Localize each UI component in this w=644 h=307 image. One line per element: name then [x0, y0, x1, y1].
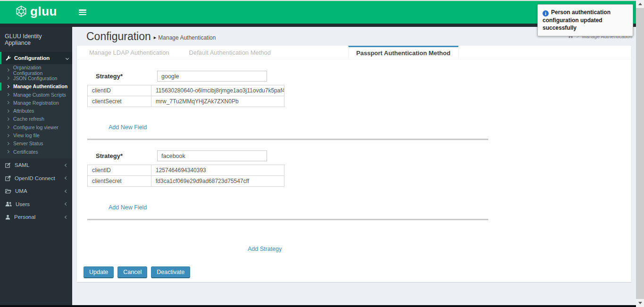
brand-name: gluu	[30, 5, 57, 19]
deactivate-button[interactable]: Deactivate	[151, 266, 190, 278]
success-notification[interactable]: iPerson authentication configuration upd…	[537, 4, 633, 36]
add-strategy-link[interactable]: Add Strategy	[248, 246, 282, 252]
sidebar-item-uma[interactable]: UMA	[0, 184, 72, 198]
section-divider	[87, 139, 488, 140]
page-subtitle: Manage Authentication	[158, 34, 216, 41]
chevron-right-icon	[6, 109, 9, 113]
add-new-field-link-1[interactable]: Add New Field	[109, 124, 147, 131]
add-new-field-link-2[interactable]: Add New Field	[109, 204, 147, 211]
chevron-right-icon	[6, 93, 9, 96]
section-divider	[87, 219, 488, 220]
cancel-button[interactable]: Cancel	[117, 266, 147, 278]
notification-text: Person authentication configuration upda…	[543, 9, 611, 31]
scroll-up-icon[interactable]	[636, 0, 644, 8]
chevron-left-icon	[65, 176, 68, 180]
tab-manage-ldap-authentication[interactable]: Manage LDAP Authentication	[82, 46, 177, 59]
scroll-down-icon[interactable]	[636, 299, 644, 307]
field-key-cell[interactable]: clientID	[88, 165, 151, 176]
table-row: clientSecret fd3ca1cf069e29d9ad68723d755…	[88, 176, 284, 187]
gluu-logo[interactable]: gluu	[0, 1, 72, 24]
gluu-hexagon-icon	[15, 5, 27, 19]
field-value-cell[interactable]: mrw_7Tu2MMqYHjZAk7ZXN0Pb	[151, 96, 284, 107]
configuration-submenu: Organization Configuration JSON Configur…	[0, 64, 72, 158]
appliance-title: GLUU Identity Appliance	[0, 27, 72, 52]
sidebar-item-users[interactable]: Users	[0, 198, 72, 211]
chevron-right-icon	[6, 133, 9, 137]
external-link-icon	[5, 175, 11, 181]
sidebar-item-manage-custom-scripts[interactable]: Manage Custom Scripts	[0, 91, 72, 99]
strategy-2-fields-table: clientID 1257464694340393 clientSecret f…	[87, 165, 284, 187]
chevron-down-icon	[66, 56, 69, 59]
main-content: Configuration ▸ Manage Authentication > …	[72, 27, 636, 305]
sidebar-item-attributes[interactable]: Attributes	[0, 107, 72, 115]
strategy-row-1: Strategy*	[96, 71, 267, 82]
auth-config-card: Manage LDAP Authentication Default Authe…	[77, 46, 631, 282]
table-row: clientID 115630280640-o6lmcibj8rjmge1ao3…	[88, 85, 284, 96]
strategy-row-2: Strategy*	[96, 150, 267, 161]
field-key-cell[interactable]: clientID	[88, 85, 151, 96]
chevron-right-icon	[6, 85, 9, 88]
field-value-cell[interactable]: 115630280640-o6lmcibj8rjmge1ao3j11ovdu7k…	[151, 85, 284, 96]
folder-open-icon	[5, 189, 11, 194]
update-button[interactable]: Update	[84, 266, 114, 278]
sidebar-item-openid-connect[interactable]: OpenID Connect	[0, 172, 72, 185]
tab-passport-authentication-method[interactable]: Passport Authentication Method	[348, 46, 459, 59]
info-circle-icon: i	[543, 10, 549, 17]
sidebar-item-certificates[interactable]: Certificates	[0, 148, 72, 156]
chevron-right-icon	[6, 142, 9, 145]
chevron-left-icon	[65, 202, 68, 206]
sidebar-item-cache-refresh[interactable]: Cache refresh	[0, 115, 72, 123]
tab-default-authentication-method[interactable]: Default Authentication Method	[182, 46, 278, 59]
sidebar-item-organization-configuration[interactable]: Organization Configuration	[0, 66, 72, 74]
caret-icon: ▸	[154, 34, 157, 41]
page-title: Configuration ▸ Manage Authentication	[86, 30, 216, 43]
action-buttons: Update Cancel Deactivate	[84, 266, 190, 278]
vertical-scrollbar[interactable]	[636, 0, 644, 307]
table-row: clientSecret mrw_7Tu2MMqYHjZAk7ZXN0Pb	[88, 96, 284, 107]
chevron-right-icon	[6, 76, 9, 80]
strategy-input-google[interactable]	[157, 71, 267, 82]
sidebar-item-personal[interactable]: Personal	[0, 210, 72, 224]
sidebar-item-saml[interactable]: SAML	[0, 158, 72, 172]
strategy-input-facebook[interactable]	[157, 150, 267, 161]
chevron-right-icon	[6, 68, 9, 72]
chevron-right-icon	[6, 117, 9, 121]
tab-bar: Manage LDAP Authentication Default Authe…	[77, 46, 631, 59]
sidebar-item-configure-log-viewer[interactable]: Configure log viewer	[0, 123, 72, 131]
sidebar: GLUU Identity Appliance Configuration Or…	[0, 27, 72, 305]
user-icon	[5, 215, 10, 220]
sidebar-item-configuration[interactable]: Configuration	[0, 52, 72, 64]
sidebar-toggle-hamburger-icon[interactable]	[79, 9, 86, 15]
strategy-1-fields-table: clientID 115630280640-o6lmcibj8rjmge1ao3…	[87, 85, 284, 107]
table-row: clientID 1257464694340393	[88, 165, 284, 176]
sidebar-item-manage-registration[interactable]: Manage Registration	[0, 99, 72, 107]
field-value-cell[interactable]: 1257464694340393	[151, 165, 284, 176]
field-value-cell[interactable]: fd3ca1cf069e29d9ad68723d75547cff	[151, 176, 284, 187]
strategy-label: Strategy*	[96, 73, 157, 80]
sidebar-item-server-status[interactable]: Server Status	[0, 140, 72, 148]
pencil-square-icon	[5, 162, 11, 168]
chevron-right-icon	[6, 125, 9, 129]
window-bottom-edge	[0, 305, 636, 307]
sidebar-item-label: Configuration	[14, 55, 66, 61]
sidebar-item-manage-authentication[interactable]: Manage Authentication	[0, 83, 72, 91]
sidebar-item-view-log-file[interactable]: View log file	[0, 131, 72, 139]
strategy-label: Strategy*	[96, 152, 157, 159]
users-icon	[5, 201, 12, 207]
wrench-icon	[6, 56, 11, 61]
chevron-left-icon	[65, 215, 68, 218]
chevron-right-icon	[6, 150, 9, 153]
chevron-right-icon	[6, 101, 9, 104]
field-key-cell[interactable]: clientSecret	[88, 96, 151, 107]
field-key-cell[interactable]: clientSecret	[88, 176, 151, 187]
chevron-left-icon	[65, 163, 68, 166]
chevron-left-icon	[65, 189, 68, 192]
